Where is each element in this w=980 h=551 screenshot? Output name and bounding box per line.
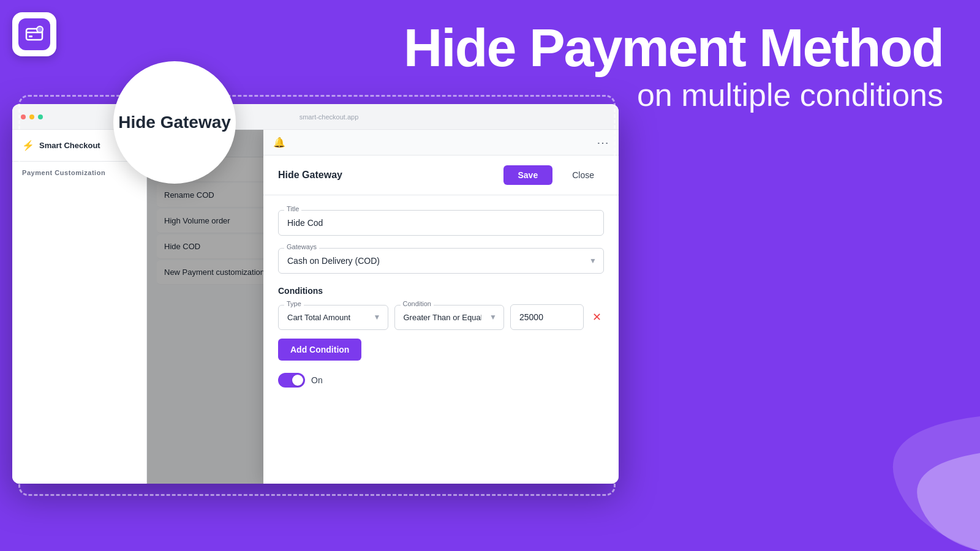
- close-button[interactable]: Close: [562, 165, 604, 185]
- main-content: Title Type Hide Cod hide Rename COD rena…: [147, 130, 619, 484]
- condition-type-wrapper: Type Cart Total Amount ▼: [278, 305, 388, 330]
- modal-overlay: 🔔 ⋯ Hide Gateway Save Close Ti: [147, 130, 619, 484]
- condition-row: Type Cart Total Amount ▼ Con: [278, 304, 604, 330]
- app-body: ⚡ Smart Checkout Payment Customization T…: [12, 130, 619, 484]
- callout-circle: Hide Gateway: [113, 61, 236, 184]
- toggle-knob: [292, 375, 303, 386]
- app-container: smart-checkout.app ⚡ Smart Checkout Paym…: [12, 104, 619, 484]
- sidebar: ⚡ Smart Checkout Payment Customization: [12, 130, 147, 484]
- condition-type-select[interactable]: Cart Total Amount: [278, 305, 388, 330]
- add-condition-button[interactable]: Add Condition: [278, 339, 361, 361]
- title-label: Title: [284, 205, 301, 212]
- modal-title: Hide Gateway: [278, 170, 494, 181]
- modal-panel: 🔔 ⋯ Hide Gateway Save Close Ti: [263, 130, 619, 484]
- topbar-url: smart-checkout.app: [300, 113, 359, 121]
- gateways-select-wrapper: Cash on Delivery (COD) ▼: [278, 248, 604, 274]
- toggle-row: On: [278, 373, 604, 388]
- sidebar-section-label: Payment Customization: [12, 169, 146, 181]
- gateways-select[interactable]: Cash on Delivery (COD): [278, 248, 604, 274]
- title-input[interactable]: [278, 210, 604, 236]
- toggle-switch[interactable]: [278, 373, 305, 388]
- save-button[interactable]: Save: [503, 165, 553, 185]
- sidebar-title: Smart Checkout: [39, 141, 100, 150]
- condition-operator-select[interactable]: Greater Than or Equal: [394, 305, 505, 330]
- hero-title: Hide Payment Method: [404, 18, 943, 78]
- svg-point-2: [37, 26, 43, 32]
- condition-operator-label: Condition: [401, 300, 434, 307]
- hero-heading: Hide Payment Method on multiple conditio…: [404, 18, 943, 113]
- toggle-label: On: [311, 375, 323, 385]
- condition-type-label: Type: [284, 300, 304, 307]
- topbar-traffic-lights: [21, 114, 43, 119]
- title-field: Title: [278, 210, 604, 236]
- modal-body: Title Gateways Cash on Delivery (COD) ▼: [263, 195, 619, 484]
- gateways-label: Gateways: [284, 243, 319, 250]
- wave-decoration: [784, 416, 980, 551]
- more-options-icon[interactable]: ⋯: [597, 135, 609, 150]
- delete-condition-button[interactable]: ✕: [590, 308, 604, 326]
- sidebar-icon: ⚡: [22, 140, 34, 151]
- conditions-label: Conditions: [278, 286, 604, 296]
- callout-text: Hide Gateway: [118, 112, 231, 133]
- app-logo: [12, 12, 56, 56]
- condition-value-input[interactable]: [510, 304, 584, 330]
- modal-header: Hide Gateway Save Close: [263, 156, 619, 195]
- bell-icon[interactable]: 🔔: [273, 137, 285, 148]
- svg-rect-1: [29, 36, 32, 37]
- modal-topbar: 🔔 ⋯: [263, 130, 619, 156]
- gateways-field: Gateways Cash on Delivery (COD) ▼: [278, 248, 604, 274]
- x-icon: ✕: [592, 310, 601, 324]
- condition-operator-wrapper: Condition Greater Than or Equal ▼: [394, 305, 505, 330]
- app-topbar: smart-checkout.app: [12, 104, 619, 130]
